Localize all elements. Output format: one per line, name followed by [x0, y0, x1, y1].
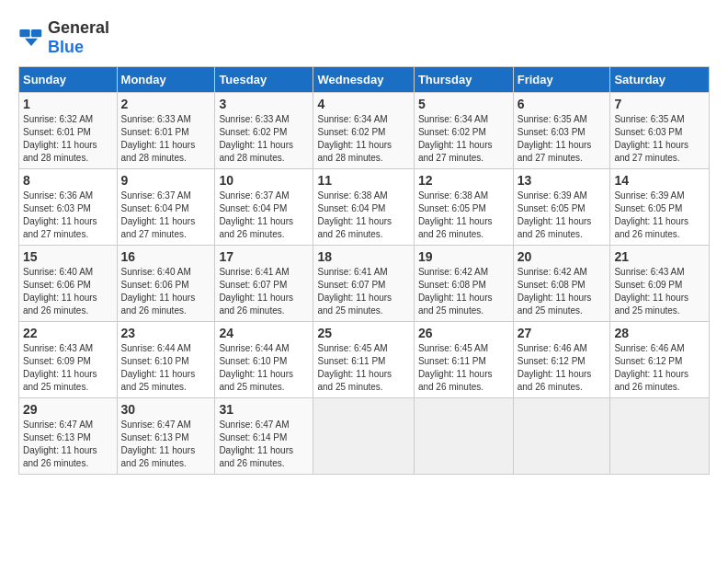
calendar-cell: 5Sunrise: 6:34 AM Sunset: 6:02 PM Daylig…: [414, 93, 513, 169]
day-info: Sunrise: 6:34 AM Sunset: 6:02 PM Dayligh…: [317, 113, 409, 165]
day-number: 10: [219, 173, 309, 188]
day-number: 17: [219, 249, 309, 264]
day-number: 31: [219, 402, 309, 417]
day-info: Sunrise: 6:38 AM Sunset: 6:04 PM Dayligh…: [317, 190, 409, 241]
page-header: General Blue: [18, 18, 710, 57]
header-wednesday: Wednesday: [313, 67, 414, 93]
calendar-cell: [610, 398, 710, 475]
calendar-header-row: SundayMondayTuesdayWednesdayThursdayFrid…: [19, 67, 710, 93]
calendar-cell: 31Sunrise: 6:47 AM Sunset: 6:14 PM Dayli…: [215, 398, 313, 475]
day-number: 2: [121, 97, 211, 111]
day-info: Sunrise: 6:45 AM Sunset: 6:11 PM Dayligh…: [418, 342, 509, 394]
day-info: Sunrise: 6:35 AM Sunset: 6:03 PM Dayligh…: [518, 113, 607, 165]
calendar-cell: 4Sunrise: 6:34 AM Sunset: 6:02 PM Daylig…: [313, 93, 414, 169]
calendar-week-3: 15Sunrise: 6:40 AM Sunset: 6:06 PM Dayli…: [19, 246, 710, 322]
svg-rect-0: [19, 29, 29, 37]
day-number: 29: [23, 402, 113, 417]
day-info: Sunrise: 6:40 AM Sunset: 6:06 PM Dayligh…: [23, 266, 113, 317]
svg-rect-1: [31, 29, 41, 37]
day-number: 13: [518, 173, 607, 188]
day-number: 23: [121, 326, 211, 340]
day-number: 30: [121, 402, 211, 417]
calendar-cell: 26Sunrise: 6:45 AM Sunset: 6:11 PM Dayli…: [414, 322, 513, 398]
day-info: Sunrise: 6:47 AM Sunset: 6:14 PM Dayligh…: [219, 419, 309, 470]
day-number: 12: [418, 173, 509, 188]
day-info: Sunrise: 6:47 AM Sunset: 6:13 PM Dayligh…: [23, 419, 113, 470]
calendar-cell: 6Sunrise: 6:35 AM Sunset: 6:03 PM Daylig…: [513, 93, 610, 169]
day-info: Sunrise: 6:43 AM Sunset: 6:09 PM Dayligh…: [614, 266, 705, 317]
calendar-week-1: 1Sunrise: 6:32 AM Sunset: 6:01 PM Daylig…: [19, 93, 710, 169]
day-number: 24: [219, 326, 309, 340]
calendar-table: SundayMondayTuesdayWednesdayThursdayFrid…: [18, 66, 710, 475]
calendar-cell: 1Sunrise: 6:32 AM Sunset: 6:01 PM Daylig…: [19, 93, 118, 169]
calendar-cell: 13Sunrise: 6:39 AM Sunset: 6:05 PM Dayli…: [513, 169, 610, 246]
day-number: 4: [317, 97, 409, 111]
day-info: Sunrise: 6:44 AM Sunset: 6:10 PM Dayligh…: [121, 342, 211, 394]
day-number: 22: [23, 326, 113, 340]
calendar-cell: 15Sunrise: 6:40 AM Sunset: 6:06 PM Dayli…: [19, 246, 118, 322]
day-info: Sunrise: 6:39 AM Sunset: 6:05 PM Dayligh…: [614, 190, 705, 241]
calendar-cell: 16Sunrise: 6:40 AM Sunset: 6:06 PM Dayli…: [117, 246, 215, 322]
day-number: 14: [614, 173, 705, 188]
day-info: Sunrise: 6:34 AM Sunset: 6:02 PM Dayligh…: [418, 113, 509, 165]
day-info: Sunrise: 6:41 AM Sunset: 6:07 PM Dayligh…: [317, 266, 409, 317]
svg-marker-2: [25, 39, 38, 46]
logo: General Blue: [18, 18, 109, 57]
calendar-cell: 18Sunrise: 6:41 AM Sunset: 6:07 PM Dayli…: [313, 246, 414, 322]
day-info: Sunrise: 6:38 AM Sunset: 6:05 PM Dayligh…: [418, 190, 509, 241]
header-sunday: Sunday: [19, 67, 118, 93]
day-info: Sunrise: 6:32 AM Sunset: 6:01 PM Dayligh…: [23, 113, 113, 165]
header-friday: Friday: [513, 67, 610, 93]
day-info: Sunrise: 6:44 AM Sunset: 6:10 PM Dayligh…: [219, 342, 309, 394]
day-number: 7: [614, 97, 705, 111]
day-info: Sunrise: 6:36 AM Sunset: 6:03 PM Dayligh…: [23, 190, 113, 241]
header-monday: Monday: [117, 67, 215, 93]
day-info: Sunrise: 6:37 AM Sunset: 6:04 PM Dayligh…: [219, 190, 309, 241]
day-number: 1: [23, 97, 113, 111]
calendar-cell: 12Sunrise: 6:38 AM Sunset: 6:05 PM Dayli…: [414, 169, 513, 246]
day-info: Sunrise: 6:42 AM Sunset: 6:08 PM Dayligh…: [418, 266, 509, 317]
calendar-cell: 8Sunrise: 6:36 AM Sunset: 6:03 PM Daylig…: [19, 169, 118, 246]
calendar-cell: 19Sunrise: 6:42 AM Sunset: 6:08 PM Dayli…: [414, 246, 513, 322]
calendar-week-2: 8Sunrise: 6:36 AM Sunset: 6:03 PM Daylig…: [19, 169, 710, 246]
calendar-cell: 30Sunrise: 6:47 AM Sunset: 6:13 PM Dayli…: [117, 398, 215, 475]
day-number: 15: [23, 249, 113, 264]
calendar-cell: 21Sunrise: 6:43 AM Sunset: 6:09 PM Dayli…: [610, 246, 710, 322]
day-number: 25: [317, 326, 409, 340]
day-number: 16: [121, 249, 211, 264]
day-info: Sunrise: 6:39 AM Sunset: 6:05 PM Dayligh…: [518, 190, 607, 241]
day-number: 6: [518, 97, 607, 111]
day-number: 9: [121, 173, 211, 188]
calendar-cell: [513, 398, 610, 475]
calendar-cell: 11Sunrise: 6:38 AM Sunset: 6:04 PM Dayli…: [313, 169, 414, 246]
calendar-cell: 27Sunrise: 6:46 AM Sunset: 6:12 PM Dayli…: [513, 322, 610, 398]
day-number: 27: [518, 326, 607, 340]
day-info: Sunrise: 6:37 AM Sunset: 6:04 PM Dayligh…: [121, 190, 211, 241]
calendar-week-5: 29Sunrise: 6:47 AM Sunset: 6:13 PM Dayli…: [19, 398, 710, 475]
day-number: 11: [317, 173, 409, 188]
day-number: 8: [23, 173, 113, 188]
calendar-cell: [313, 398, 414, 475]
day-info: Sunrise: 6:43 AM Sunset: 6:09 PM Dayligh…: [23, 342, 113, 394]
header-saturday: Saturday: [610, 67, 710, 93]
calendar-cell: 3Sunrise: 6:33 AM Sunset: 6:02 PM Daylig…: [215, 93, 313, 169]
day-info: Sunrise: 6:41 AM Sunset: 6:07 PM Dayligh…: [219, 266, 309, 317]
day-number: 20: [518, 249, 607, 264]
logo-general: General: [48, 18, 109, 37]
day-info: Sunrise: 6:46 AM Sunset: 6:12 PM Dayligh…: [518, 342, 607, 394]
day-info: Sunrise: 6:33 AM Sunset: 6:01 PM Dayligh…: [121, 113, 211, 165]
day-info: Sunrise: 6:42 AM Sunset: 6:08 PM Dayligh…: [518, 266, 607, 317]
calendar-cell: 2Sunrise: 6:33 AM Sunset: 6:01 PM Daylig…: [117, 93, 215, 169]
day-info: Sunrise: 6:45 AM Sunset: 6:11 PM Dayligh…: [317, 342, 409, 394]
header-thursday: Thursday: [414, 67, 513, 93]
header-tuesday: Tuesday: [215, 67, 313, 93]
day-info: Sunrise: 6:33 AM Sunset: 6:02 PM Dayligh…: [219, 113, 309, 165]
day-number: 18: [317, 249, 409, 264]
calendar-cell: 20Sunrise: 6:42 AM Sunset: 6:08 PM Dayli…: [513, 246, 610, 322]
calendar-cell: 25Sunrise: 6:45 AM Sunset: 6:11 PM Dayli…: [313, 322, 414, 398]
calendar-cell: 22Sunrise: 6:43 AM Sunset: 6:09 PM Dayli…: [19, 322, 118, 398]
day-number: 5: [418, 97, 509, 111]
calendar-cell: [414, 398, 513, 475]
day-info: Sunrise: 6:46 AM Sunset: 6:12 PM Dayligh…: [614, 342, 705, 394]
calendar-cell: 29Sunrise: 6:47 AM Sunset: 6:13 PM Dayli…: [19, 398, 118, 475]
